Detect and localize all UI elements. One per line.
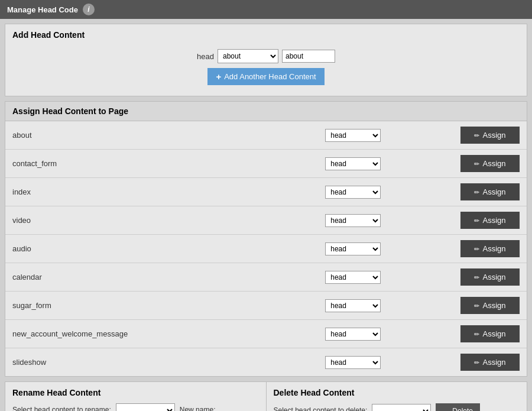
assign-select-cell: headhead_aboutnone xyxy=(318,178,422,206)
assign-button[interactable]: Assign xyxy=(460,268,520,286)
rename-panel: Rename Head Content Select head content … xyxy=(5,381,267,411)
assign-head-select[interactable]: headhead_aboutnone xyxy=(325,129,381,142)
assign-button-cell: Assign xyxy=(423,206,527,235)
add-head-title: Add Head Content xyxy=(12,30,520,40)
delete-select-label: Select head content to delete: xyxy=(274,406,368,411)
assign-select-cell: headhead_aboutnone xyxy=(318,320,422,348)
assign-pencil-icon xyxy=(474,358,479,367)
assign-button[interactable]: Assign xyxy=(460,155,520,172)
head-text-input[interactable] xyxy=(282,50,335,63)
delete-minus-icon xyxy=(443,407,449,411)
bottom-panels: Rename Head Content Select head content … xyxy=(5,381,527,411)
table-row: new_account_welcome_messageheadhead_abou… xyxy=(5,320,527,348)
assign-head-select[interactable]: headhead_aboutnone xyxy=(325,356,381,369)
assign-button[interactable]: Assign xyxy=(460,127,520,144)
assign-select-cell: headhead_aboutnone xyxy=(318,150,422,178)
table-row: audioheadhead_aboutnoneAssign xyxy=(5,235,527,263)
assign-label: Assign xyxy=(482,329,505,338)
assign-pencil-icon xyxy=(474,244,479,253)
title-bar: Manage Head Code i xyxy=(0,0,532,19)
assign-head-select[interactable]: headhead_aboutnone xyxy=(325,186,381,199)
assign-pencil-icon xyxy=(474,131,479,140)
table-row: indexheadhead_aboutnoneAssign xyxy=(5,178,527,206)
assign-label: Assign xyxy=(482,244,505,253)
add-head-form: head about head_default head_custom Add … xyxy=(12,46,520,88)
assign-button-cell: Assign xyxy=(423,150,527,178)
head-input-row: head about head_default head_custom xyxy=(197,49,335,63)
head-content-select[interactable]: about head_default head_custom xyxy=(218,49,278,63)
assign-select-cell: headhead_aboutnone xyxy=(318,121,422,150)
assign-button-cell: Assign xyxy=(423,348,527,377)
assign-button-cell: Assign xyxy=(423,121,527,150)
assign-label: Assign xyxy=(482,187,505,196)
assign-select-cell: headhead_aboutnone xyxy=(318,235,422,263)
assign-head-select[interactable]: headhead_aboutnone xyxy=(325,271,381,284)
assign-button[interactable]: Assign xyxy=(460,183,520,200)
page-name-cell: slideshow xyxy=(5,348,318,377)
assign-select-cell: headhead_aboutnone xyxy=(318,292,422,320)
table-row: aboutheadhead_aboutnoneAssign xyxy=(5,121,527,150)
head-label: head xyxy=(197,52,214,61)
assign-head-select[interactable]: headhead_aboutnone xyxy=(325,242,381,255)
page-name-cell: about xyxy=(5,121,318,150)
assign-button[interactable]: Assign xyxy=(460,354,520,371)
info-icon[interactable]: i xyxy=(83,4,95,15)
delete-button[interactable]: Delete xyxy=(436,403,480,411)
add-another-button[interactable]: Add Another Head Content xyxy=(207,68,324,85)
assign-pencil-icon xyxy=(474,329,479,338)
assign-head-select[interactable]: headhead_aboutnone xyxy=(325,214,381,227)
assign-head-select[interactable]: headhead_aboutnone xyxy=(325,328,381,341)
rename-form: Select head content to rename: about hea… xyxy=(12,403,259,411)
assign-select-cell: headhead_aboutnone xyxy=(318,348,422,377)
page-name-cell: index xyxy=(5,178,318,206)
assign-pencil-icon xyxy=(474,216,479,225)
delete-title: Delete Head Content xyxy=(274,388,520,397)
assign-label: Assign xyxy=(482,273,505,281)
new-name-label: New name: xyxy=(180,406,216,411)
page-name-cell: sugar_form xyxy=(5,292,318,320)
page-name-cell: calendar xyxy=(5,263,318,292)
page-name-cell: video xyxy=(5,206,318,235)
assign-button[interactable]: Assign xyxy=(460,325,520,342)
page-name-cell: audio xyxy=(5,235,318,263)
delete-form: Select head content to delete: about hea… xyxy=(274,403,520,411)
table-row: slideshowheadhead_aboutnoneAssign xyxy=(5,348,527,377)
assign-label: Assign xyxy=(482,131,505,140)
assign-head-select[interactable]: headhead_aboutnone xyxy=(325,157,381,170)
assign-label: Assign xyxy=(482,358,505,367)
assign-section: Assign Head Content to Page aboutheadhea… xyxy=(5,101,527,377)
assign-button-cell: Assign xyxy=(423,320,527,348)
assign-select-cell: headhead_aboutnone xyxy=(318,206,422,235)
assign-label: Assign xyxy=(482,301,505,310)
assign-button-cell: Assign xyxy=(423,178,527,206)
assign-button[interactable]: Assign xyxy=(460,297,520,314)
add-head-panel: Add Head Content head about head_default… xyxy=(5,24,527,96)
assign-button[interactable]: Assign xyxy=(460,212,520,229)
assign-select-cell: headhead_aboutnone xyxy=(318,263,422,292)
assign-button-cell: Assign xyxy=(423,235,527,263)
assign-pencil-icon xyxy=(474,301,479,310)
assign-button-cell: Assign xyxy=(423,292,527,320)
assign-label: Assign xyxy=(482,216,505,225)
delete-button-label: Delete xyxy=(452,407,473,411)
assign-pencil-icon xyxy=(474,187,479,196)
table-row: videoheadhead_aboutnoneAssign xyxy=(5,206,527,235)
page-name-cell: new_account_welcome_message xyxy=(5,320,318,348)
delete-select[interactable]: about head_default xyxy=(372,404,431,411)
assign-button[interactable]: Assign xyxy=(460,240,520,257)
plus-icon xyxy=(216,72,221,82)
assign-head-select[interactable]: headhead_aboutnone xyxy=(325,299,381,312)
rename-select[interactable]: about head_default xyxy=(116,403,175,411)
table-row: contact_formheadhead_aboutnoneAssign xyxy=(5,150,527,178)
assign-button-cell: Assign xyxy=(423,263,527,292)
title-bar-text: Manage Head Code xyxy=(7,5,78,14)
table-row: sugar_formheadhead_aboutnoneAssign xyxy=(5,292,527,320)
delete-panel: Delete Head Content Select head content … xyxy=(267,381,528,411)
assign-table: aboutheadhead_aboutnoneAssigncontact_for… xyxy=(5,121,527,376)
add-another-label: Add Another Head Content xyxy=(224,72,316,81)
assign-pencil-icon xyxy=(474,159,479,168)
assign-pencil-icon xyxy=(474,273,479,281)
rename-select-label: Select head content to rename: xyxy=(12,406,111,411)
rename-title: Rename Head Content xyxy=(12,388,259,397)
assign-section-title: Assign Head Content to Page xyxy=(5,102,527,121)
